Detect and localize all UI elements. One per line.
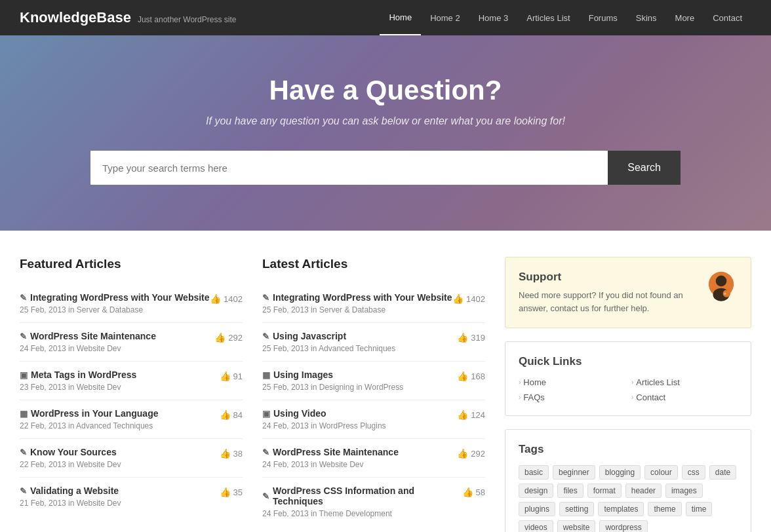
chevron-right-icon: › bbox=[519, 379, 521, 386]
search-button[interactable]: Search bbox=[608, 151, 681, 185]
quick-link-home[interactable]: ›Home bbox=[519, 377, 625, 387]
thumbs-up-icon: 👍 bbox=[220, 487, 231, 497]
tag-theme[interactable]: theme bbox=[648, 502, 681, 516]
article-meta: 24 Feb, 2013 in Website Dev bbox=[262, 460, 457, 469]
nav-item-more[interactable]: More bbox=[666, 1, 704, 35]
brand: KnowledgeBase Just another WordPress sit… bbox=[20, 9, 236, 26]
article-info: ▣ Using Video 24 Feb, 2013 in WordPress … bbox=[262, 408, 457, 430]
article-title-link[interactable]: ▦ WordPress in Your Language bbox=[20, 408, 220, 419]
tag-colour[interactable]: colour bbox=[644, 465, 678, 480]
article-item: ▦ Using Images 25 Feb, 2013 in Designing… bbox=[262, 362, 485, 400]
thumbs-up-icon: 👍 bbox=[457, 448, 468, 459]
article-votes: 👍 38 bbox=[220, 447, 243, 459]
tag-beginner[interactable]: beginner bbox=[553, 465, 595, 480]
nav-item-home-3[interactable]: Home 3 bbox=[469, 1, 518, 35]
article-type-icon: ✎ bbox=[262, 332, 269, 341]
vote-count: 168 bbox=[471, 371, 485, 381]
article-title: WordPress CSS Information and Techniques bbox=[273, 485, 462, 506]
article-type-icon: ✎ bbox=[20, 486, 27, 496]
article-type-icon: ✎ bbox=[262, 293, 269, 303]
thumbs-up-icon: 👍 bbox=[210, 294, 221, 304]
article-info: ✎ WordPress Site Maintenance 24 Feb, 201… bbox=[20, 331, 214, 353]
search-bar: Search bbox=[90, 151, 681, 185]
tag-templates[interactable]: templates bbox=[598, 502, 644, 516]
article-votes: 👍 292 bbox=[457, 447, 485, 459]
article-votes: 👍 58 bbox=[462, 485, 485, 497]
featured-article-list: ✎ Integrating WordPress with Your Websit… bbox=[20, 284, 243, 516]
article-votes: 👍 1402 bbox=[452, 292, 485, 304]
tag-header[interactable]: header bbox=[625, 484, 662, 498]
article-meta: 23 Feb, 2013 in Website Dev bbox=[20, 383, 220, 392]
latest-title: Latest Articles bbox=[262, 257, 485, 271]
tag-plugins[interactable]: plugins bbox=[519, 502, 555, 516]
article-title-link[interactable]: ▣ Meta Tags in WordPress bbox=[20, 370, 220, 380]
article-meta: 24 Feb, 2013 in Website Dev bbox=[20, 344, 214, 353]
nav-item-articles-list[interactable]: Articles List bbox=[517, 1, 579, 35]
quick-link-label: Articles List bbox=[636, 377, 679, 387]
article-title-link[interactable]: ✎ Validating a Website bbox=[20, 485, 220, 496]
article-title-link[interactable]: ✎ WordPress CSS Information and Techniqu… bbox=[262, 485, 462, 506]
nav-item-forums[interactable]: Forums bbox=[580, 1, 627, 35]
tag-time[interactable]: time bbox=[686, 502, 713, 516]
article-votes: 👍 84 bbox=[220, 408, 243, 420]
nav-item-skins[interactable]: Skins bbox=[627, 1, 666, 35]
article-title: WordPress Site Maintenance bbox=[273, 447, 399, 457]
nav-item-home[interactable]: Home bbox=[380, 1, 421, 35]
article-item: ✎ Integrating WordPress with Your Websit… bbox=[262, 284, 485, 323]
tag-files[interactable]: files bbox=[557, 484, 583, 498]
tag-design[interactable]: design bbox=[519, 484, 553, 498]
article-votes: 👍 168 bbox=[457, 370, 485, 381]
nav-item-home-2[interactable]: Home 2 bbox=[421, 1, 469, 35]
article-meta: 24 Feb, 2013 in WordPress Plugins bbox=[262, 421, 457, 430]
article-title-link[interactable]: ✎ Integrating WordPress with Your Websit… bbox=[20, 292, 210, 303]
support-text: Need more support? If you did not found … bbox=[519, 289, 695, 314]
chevron-right-icon: › bbox=[631, 379, 633, 386]
quick-link-label: Contact bbox=[636, 392, 665, 402]
article-votes: 👍 35 bbox=[220, 485, 243, 497]
tag-images[interactable]: images bbox=[665, 484, 703, 498]
article-title-link[interactable]: ✎ Know Your Sources bbox=[20, 447, 220, 457]
vote-count: 1402 bbox=[466, 294, 485, 304]
hero-section: Have a Question? If you have any questio… bbox=[0, 35, 771, 231]
article-type-icon: ▣ bbox=[262, 409, 270, 419]
svg-point-1 bbox=[716, 276, 727, 287]
article-title-link[interactable]: ▦ Using Images bbox=[262, 370, 457, 380]
tag-videos[interactable]: videos bbox=[519, 520, 553, 532]
tag-date[interactable]: date bbox=[709, 465, 736, 480]
quick-link-articles list[interactable]: ›Articles List bbox=[631, 377, 738, 387]
tag-css[interactable]: css bbox=[682, 465, 705, 480]
quick-link-contact[interactable]: ›Contact bbox=[631, 392, 738, 402]
article-meta: 25 Feb, 2013 in Advanced Techniques bbox=[262, 344, 457, 353]
search-input[interactable] bbox=[90, 151, 608, 185]
main-nav: HomeHome 2Home 3Articles ListForumsSkins… bbox=[380, 1, 751, 35]
article-title-link[interactable]: ✎ WordPress Site Maintenance bbox=[262, 447, 457, 457]
latest-article-list: ✎ Integrating WordPress with Your Websit… bbox=[262, 284, 485, 526]
tag-basic[interactable]: basic bbox=[519, 465, 549, 480]
vote-count: 1402 bbox=[224, 294, 243, 304]
tag-format[interactable]: format bbox=[587, 484, 622, 498]
article-title-link[interactable]: ▣ Using Video bbox=[262, 408, 457, 419]
article-info: ✎ WordPress CSS Information and Techniqu… bbox=[262, 485, 462, 518]
sidebar: Support Need more support? If you did no… bbox=[505, 257, 751, 532]
quick-link-faqs[interactable]: ›FAQs bbox=[519, 392, 625, 402]
article-title-link[interactable]: ✎ Integrating WordPress with Your Websit… bbox=[262, 292, 452, 303]
svg-text:+: + bbox=[724, 291, 727, 297]
article-title-link[interactable]: ✎ Using Javascript bbox=[262, 331, 457, 341]
hero-subtitle: If you have any question you can ask bel… bbox=[206, 115, 565, 127]
nav-item-contact[interactable]: Contact bbox=[703, 1, 751, 35]
vote-count: 124 bbox=[471, 410, 485, 420]
tag-website[interactable]: website bbox=[557, 520, 596, 532]
article-info: ▦ WordPress in Your Language 22 Feb, 201… bbox=[20, 408, 220, 430]
article-item: ✎ WordPress Site Maintenance 24 Feb, 201… bbox=[262, 439, 485, 478]
tag-setting[interactable]: setting bbox=[559, 502, 594, 516]
article-type-icon: ✎ bbox=[20, 332, 27, 341]
article-info: ✎ WordPress Site Maintenance 24 Feb, 201… bbox=[262, 447, 457, 469]
tag-wordpress[interactable]: wordpress bbox=[599, 520, 647, 532]
article-title-link[interactable]: ✎ WordPress Site Maintenance bbox=[20, 331, 214, 341]
article-votes: 👍 91 bbox=[220, 370, 243, 381]
article-title: Know Your Sources bbox=[30, 447, 117, 457]
article-item: ✎ Validating a Website 21 Feb, 2013 in W… bbox=[20, 478, 243, 516]
support-content: Support Need more support? If you did no… bbox=[519, 271, 695, 314]
vote-count: 58 bbox=[476, 487, 485, 497]
tag-blogging[interactable]: blogging bbox=[599, 465, 641, 480]
